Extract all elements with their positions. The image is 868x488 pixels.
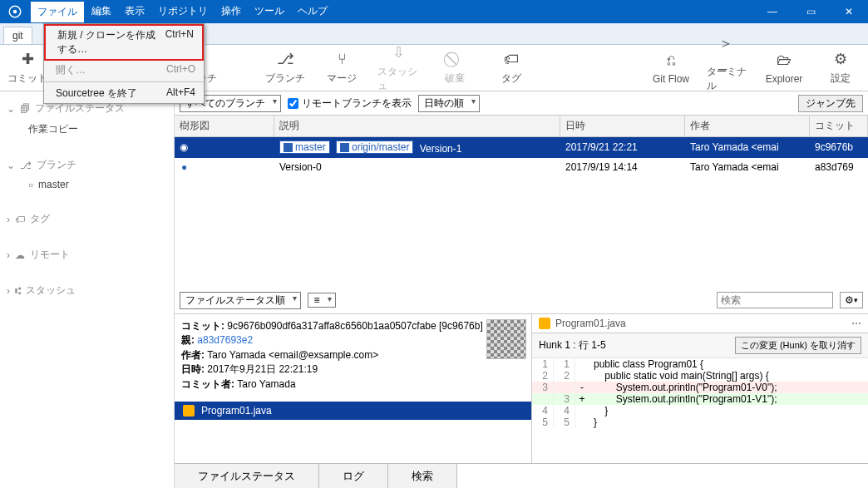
remote-branch-check[interactable]: リモートブランチを表示 xyxy=(288,96,412,111)
commit-hash: 9c9676b xyxy=(810,140,868,155)
commit-desc: Version-0 xyxy=(279,161,322,173)
discard-icon: ⃠ xyxy=(446,50,464,68)
chevron-right-icon: › xyxy=(7,249,10,261)
menu-accel: Alt+F4 xyxy=(166,86,195,101)
chevron-right-icon: › xyxy=(7,214,10,225)
parent-link[interactable]: a83d7693e2 xyxy=(197,334,253,346)
menu-tools[interactable]: ツール xyxy=(248,1,291,23)
options-gear[interactable]: ⚙▾ xyxy=(840,292,863,308)
tb-terminal[interactable]: ＞_ターミナル xyxy=(707,43,748,93)
window-maximize[interactable]: ▭ xyxy=(792,0,830,23)
tb-merge[interactable]: ⑂マージ xyxy=(321,50,362,86)
titlebar: ファイル 編集 表示 リポジトリ 操作 ツール ヘルプ — ▭ ✕ xyxy=(0,0,868,23)
file-menu-new-clone[interactable]: 新規 / クローンを作成する… Ctrl+N xyxy=(44,24,204,61)
commit-date: 2017/9/21 22:21 xyxy=(560,140,685,155)
gear-icon: ⚙ xyxy=(845,294,854,306)
stash-icon: ⇩ xyxy=(389,43,407,62)
commit-list: ◉ master origin/master Version-1 2017/9/… xyxy=(175,137,868,287)
menu-label: 開く… xyxy=(56,63,86,77)
file-menu-open[interactable]: 開く… Ctrl+O xyxy=(44,61,204,80)
commit-icon: ✚ xyxy=(18,50,37,68)
terminal-icon: ＞_ xyxy=(718,43,737,62)
file-dropdown: 新規 / クローンを作成する… Ctrl+N 開く… Ctrl+O Source… xyxy=(43,23,205,104)
repo-tab[interactable]: git xyxy=(3,27,32,44)
filestatus-order-combo[interactable]: ファイルステータス順 xyxy=(180,292,301,309)
side-working-copy[interactable]: 作業コピー xyxy=(5,119,169,140)
diff-more[interactable]: ⋯ xyxy=(851,318,861,329)
list-view-toggle[interactable]: ≡ xyxy=(308,293,336,308)
tb-stash[interactable]: ⇩スタッシュ xyxy=(377,43,419,93)
menu-edit[interactable]: 編集 xyxy=(85,1,118,23)
diff-title: Program01.java xyxy=(555,318,626,329)
tb-settings[interactable]: ⚙設定 xyxy=(820,50,861,86)
branch-icon: ⎇ xyxy=(20,160,32,171)
modified-icon xyxy=(539,318,550,329)
col-desc[interactable]: 説明 xyxy=(274,116,560,136)
chevron-down-icon: ⌄ xyxy=(7,160,15,171)
changed-file[interactable]: Program01.java xyxy=(175,402,531,420)
filter-row: すべてのブランチ リモートブランチを表示 日時の順 ジャンプ先 xyxy=(175,91,868,115)
menu-view[interactable]: 表示 xyxy=(118,1,151,23)
file-menu-exit[interactable]: Sourcetree を終了 Alt+F4 xyxy=(44,84,204,103)
side-remotes[interactable]: ›☁リモート xyxy=(5,244,169,265)
sidebar: ⌄🗐ファイルステータス 作業コピー ⌄⎇ブランチ master ›🏷タグ ›☁リ… xyxy=(0,91,175,488)
menu-help[interactable]: ヘルプ xyxy=(291,1,334,23)
btab-search[interactable]: 検索 xyxy=(388,464,457,488)
detail-panes: コミット: 9c9676b090df6a317affa8c6560b1aa050… xyxy=(175,313,868,463)
tb-explorer[interactable]: 🗁Explorer xyxy=(763,52,805,85)
commit-row[interactable]: ◉ master origin/master Version-1 2017/9/… xyxy=(175,137,868,158)
menu-file[interactable]: ファイル xyxy=(30,1,85,23)
window-close[interactable]: ✕ xyxy=(830,0,868,23)
main: すべてのブランチ リモートブランチを表示 日時の順 ジャンプ先 樹形図 説明 日… xyxy=(175,91,868,488)
commit-detail: コミット: 9c9676b090df6a317affa8c6560b1aa050… xyxy=(175,314,532,463)
menu-accel: Ctrl+O xyxy=(166,63,195,77)
menu-label: 新規 / クローンを作成する… xyxy=(57,28,165,57)
mid-options: ファイルステータス順 ≡ ⚙▾ xyxy=(175,287,868,313)
col-date[interactable]: 日時 xyxy=(560,116,685,136)
sort-combo[interactable]: 日時の順 xyxy=(418,95,480,112)
tb-discard[interactable]: ⃠破棄 xyxy=(434,50,476,86)
window-minimize[interactable]: — xyxy=(753,0,792,23)
hunk-label: Hunk 1 : 行 1-5 xyxy=(539,338,606,352)
explorer-icon: 🗁 xyxy=(775,52,793,70)
btab-filestatus[interactable]: ファイルステータス xyxy=(175,464,319,488)
tb-tag[interactable]: 🏷タグ xyxy=(491,50,532,86)
btab-log[interactable]: ログ xyxy=(319,464,388,488)
diff-code[interactable]: 11public class Program01 {22 public stat… xyxy=(532,358,868,463)
side-branch-master[interactable]: master xyxy=(5,175,169,194)
menubar: ファイル 編集 表示 リポジトリ 操作 ツール ヘルプ xyxy=(30,1,334,23)
commit-row[interactable]: ● Version-0 2017/9/19 14:14 Taro Yamada … xyxy=(175,158,868,176)
merge-icon: ⑂ xyxy=(333,50,351,68)
col-hash[interactable]: コミット xyxy=(810,116,868,136)
commit-desc: Version-1 xyxy=(420,143,462,155)
tag-icon: 🏷 xyxy=(502,50,520,68)
side-tags[interactable]: ›🏷タグ xyxy=(5,209,169,229)
tb-commit[interactable]: ✚コミット xyxy=(7,50,48,86)
bottom-tabs: ファイルステータス ログ 検索 xyxy=(175,463,868,488)
filestatus-icon: 🗐 xyxy=(20,103,30,115)
col-graph[interactable]: 樹形図 xyxy=(175,116,274,136)
commit-author: Taro Yamada <emai xyxy=(685,140,810,155)
revert-hunk-button[interactable]: この変更 (Hunk) を取り消す xyxy=(735,337,861,354)
side-stashes[interactable]: ›⑆スタッシュ xyxy=(5,280,169,301)
settings-icon: ⚙ xyxy=(831,50,850,68)
app-icon xyxy=(5,2,25,22)
menu-label: Sourcetree を終了 xyxy=(56,86,137,101)
branch-icon: ⎇ xyxy=(276,50,294,68)
tb-gitflow[interactable]: ⎌Git Flow xyxy=(650,52,692,85)
diff-pane: Program01.java ⋯ Hunk 1 : 行 1-5 この変更 (Hu… xyxy=(532,314,868,463)
menu-action[interactable]: 操作 xyxy=(215,1,248,23)
tag-icon: 🏷 xyxy=(15,214,25,225)
commit-author: Taro Yamada <emai xyxy=(685,160,810,175)
stash-icon: ⑆ xyxy=(15,285,21,297)
branch-badge: origin/master xyxy=(336,140,413,154)
svg-point-1 xyxy=(13,10,17,14)
col-auth[interactable]: 作者 xyxy=(685,116,810,136)
side-branches[interactable]: ⌄⎇ブランチ xyxy=(5,155,169,175)
file-name: Program01.java xyxy=(201,405,272,417)
jump-button[interactable]: ジャンプ先 xyxy=(798,95,863,112)
search-input[interactable] xyxy=(717,292,833,308)
modified-icon xyxy=(183,405,195,417)
tb-branch[interactable]: ⎇ブランチ xyxy=(264,50,306,86)
menu-repo[interactable]: リポジトリ xyxy=(151,1,215,23)
